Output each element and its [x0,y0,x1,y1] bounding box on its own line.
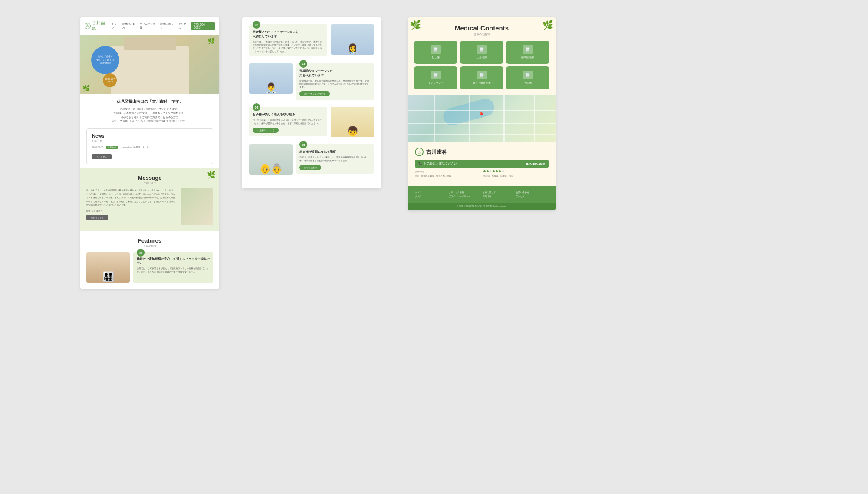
footer-link-policy[interactable]: アクセス [516,195,549,198]
footer-links: トップ クリニック情報 診療に関して お問い合わせ ブログ プライバシーポリシー… [415,191,549,198]
feature-text-03: 定期検診では、むし歯や歯周病の早期発見・早期治療が可能です。定期的に歯科医院に通… [299,79,371,89]
dot-fri [496,170,498,172]
open-date: 2024.10.7 OPEN [105,78,115,83]
news-item: 2000-00-00 お知らせ ホームページを開設しました。 [92,146,207,149]
elderly-silhouette: 👴👵 [259,163,283,175]
feature-btn-03[interactable]: メンテナンスについて [299,91,330,96]
header-nav: トップ 診療のご案内 クリニック情報 診療に関して アクセス [112,22,188,30]
hero-circle-text: 地域の皆様が安心して通える歯科医院 [96,55,115,65]
message-author: 院長 古川 康夫子 [86,210,177,212]
hero-image: 地域の皆様が安心して通える歯科医院 2024.10.7 OPEN 🌿 🌿 [80,35,219,94]
features-title: Features [86,237,213,244]
message-text: 私はかねてより、古川歯科開院の夢を長年お持ちされてきました。みなさん、こんにちは… [86,188,177,207]
address-label: 住所 [415,175,419,177]
clinic-info: 古 古川歯科 📞 お気軽にお電話ください 075-006-6636 診療時間 [408,142,556,186]
feature-num-05: 05 [299,141,307,148]
treatment-silhouette: 👨‍⚕️ [265,82,277,94]
feature-block-content-04: 04 お子様が楽しく通える取り組み お子さまが楽しく歯科に通えるように、スタッフ… [249,107,327,136]
map-road-v4 [534,95,535,142]
medical-card-other[interactable]: 🦷 その他 [506,66,549,89]
kyosei-label: 矯正・矯正治療 [473,81,491,85]
medical-card-shimi[interactable]: 🦷 しみ治療 [460,41,503,64]
phone-label: お気軽にお電話ください [424,161,457,166]
dot-tue [487,170,489,172]
news-content: ホームページを開設しました。 [121,146,151,148]
feature-btn-05[interactable]: 院内のご案内 [299,165,321,170]
other-label: その他 [524,81,532,85]
clinic-info-logo: 古 古川歯科 [415,148,549,156]
feature-num-04: 04 [253,103,260,111]
dot-mon [483,170,486,172]
info-grid: 診療時間 住所 京都府京都市、伏見区横山南口 休診日 水曜日、日曜日、祝日 [415,170,549,177]
leaf-deco-right-tr: 🌿 [542,20,553,30]
footer-link-medical[interactable]: ブログ [415,195,447,198]
right-header: 🌿 🌿 Medical Contents 診療のご案内 [408,17,556,41]
leaf-deco-hero-tr: 🌿 [207,37,215,44]
footer-link-access[interactable]: 診療に関して [483,191,515,194]
nav-access[interactable]: アクセス [178,22,189,30]
medical-card-implant[interactable]: 🦷 インプラント [414,66,457,89]
shishubyo-icon: 🦷 [523,45,533,54]
info-phone[interactable]: 📞 お気軽にお電話ください 075-006-6636 [415,160,549,168]
mushiba-icon: 🦷 [431,45,441,54]
feature-img-05: 👴👵 [249,144,293,175]
nav-clinic[interactable]: クリニック情報 [140,22,158,30]
map-road-v1 [434,95,435,142]
header-phone[interactable]: 075-006-6636 [191,22,215,30]
dot-sun [502,170,504,172]
clinic-logo-icon: 古 [85,23,91,29]
feature-heading-05: 患者様が笑顔になれる場所 [299,150,371,154]
shimi-label: しみ治療 [477,56,487,59]
map-pin: 📍 [477,112,485,119]
medical-card-mushiba[interactable]: 🦷 むし歯 [414,41,457,64]
child-silhouette: 👦 [347,126,358,137]
message-body: 私はかねてより、古川歯科開院の夢を長年お持ちされてきました。みなさん、こんにちは… [86,188,213,225]
feature-heading-02: 患者様とのコミュニケーションを大切にしています [253,30,324,39]
other-icon: 🦷 [523,71,533,79]
nav-consultation[interactable]: 診療に関して [160,22,175,30]
feature-img-02: 👩‍⚕️ [331,24,374,55]
feature-block-02: 02 患者様とのコミュニケーションを大切にしています 当院では、「患者さまの気持… [249,24,374,56]
map-road-h3 [408,134,556,135]
nav-top[interactable]: トップ [112,22,119,30]
news-more-button[interactable]: もっと見る [92,154,112,159]
message-text-container: 私はかねてより、古川歯科開院の夢を長年お持ちされてきました。みなさん、こんにちは… [86,188,177,225]
feature-block-02-inner: 02 患者様とのコミュニケーションを大切にしています 当院では、「患者さまの気持… [249,24,374,56]
leaf-deco-right-tl: 🌿 [410,20,421,30]
hero-building [111,46,189,94]
medical-contents-subtitle: 診療のご案内 [417,33,547,36]
news-section: News お知らせ 2000-00-00 お知らせ ホームページを開設しました。… [86,128,213,164]
intro-title: 伏見区横山南口の「古川歯科」です。 [86,99,213,105]
footer-link-contact[interactable]: 採用情報 [483,195,515,198]
feature-block-05-inner: 👴👵 05 患者様が笑顔になれる場所 当院は、患者さまが「また来たい」と思える歯… [249,144,374,175]
feature-text-04: お子さまが楽しく歯科に通えるように、スタッフ一同様々な工夫をしています。歯科が苦… [253,119,324,125]
closed-label: 休診日 [483,175,490,177]
footer-link-privacy[interactable]: お問い合わせ [516,191,549,194]
news-date: 2000-00-00 [92,146,103,148]
feature-text-05: 当院は、患者さまが「また来たい」と思える歯科医院を目指しています。地域の皆さまの… [299,156,371,162]
info-address-row: 住所 京都府京都市、伏見区横山南口 [415,175,480,177]
news-badge: お知らせ [106,146,118,149]
footer-link-recruit[interactable]: プライバシーポリシー [449,195,481,198]
news-subtitle: お知らせ [92,139,207,142]
footer-bottom: © 2024 FURUKAWA DENTAL CLINIC All Rights… [408,203,556,210]
shimi-icon: 🦷 [477,45,487,54]
footer-link-blog[interactable]: クリニック情報 [449,191,481,194]
map-road-v3 [503,95,505,142]
feature-btn-04[interactable]: 小児歯科について [253,128,279,133]
feature-text-02: 当院では、「患者さまの気持ち」に寄り添った丁寧な説明と、患者さまが本当に納得でき… [253,40,324,53]
feature-block-03: 👨‍⚕️ 03 定期的なメンテナンスに力を入れています 定期検診では、むし歯や歯… [249,63,374,100]
dot-thu [493,170,495,172]
footer-link-top[interactable]: トップ [415,191,447,194]
medical-card-kyosei[interactable]: 🦷 矯正・矯正治療 [460,66,503,89]
map-road-h2 [408,123,556,124]
phone-number: 075-006-6636 [526,162,545,165]
clinic-info-name: 古川歯科 [426,148,447,156]
kyosei-icon: 🦷 [477,71,487,79]
message-btn[interactable]: 続きはこちら [86,215,108,220]
nav-medical[interactable]: 診療のご案内 [122,22,137,30]
medical-card-shishubyo[interactable]: 🦷 歯周病治療 [506,41,549,64]
clinic-name-header: 古川歯科 [92,20,109,32]
feature-heading-01: 地域はご家族皆様が安心して通えるファミリー歯科です。 [137,257,210,265]
feature-block-04-inner: 04 お子様が楽しく通える取り組み お子さまが楽しく歯科に通えるように、スタッフ… [249,107,374,137]
